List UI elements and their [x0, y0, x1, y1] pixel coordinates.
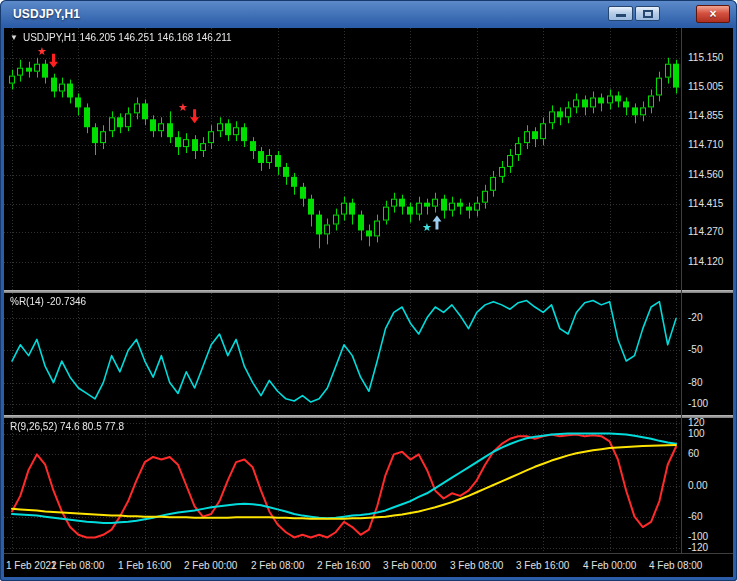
price-tick-label: 115.150 — [688, 52, 723, 63]
price-chart-canvas[interactable] — [4, 28, 680, 290]
price-tick-label: 115.005 — [688, 81, 723, 92]
price-tick-label: 120 — [688, 417, 705, 428]
close-icon: × — [709, 7, 716, 21]
r-label: R(9,26,52) 74.6 80.5 77.8 — [10, 421, 124, 432]
triangle-down-icon: ▼ — [10, 33, 18, 42]
chart-client-area: 1 Feb 20221 Feb 08:001 Feb 16:002 Feb 00… — [4, 28, 733, 577]
titlebar[interactable]: USDJPY,H1 × — [4, 0, 733, 28]
time-tick-label: 1 Feb 16:00 — [118, 560, 171, 571]
price-tick-label: 114.560 — [688, 169, 723, 180]
price-tick-label: 114.270 — [688, 226, 723, 237]
wpr-label: %R(14) -20.7346 — [10, 296, 86, 307]
minimize-icon — [616, 14, 626, 17]
window-controls: × — [606, 6, 730, 23]
price-tick-label: 0.00 — [688, 480, 707, 491]
price-tick-label: 114.415 — [688, 198, 723, 209]
time-tick-label: 2 Feb 00:00 — [184, 560, 237, 571]
time-tick-label: 1 Feb 2022 — [6, 560, 57, 571]
chart-legend: ▼ USDJPY,H1 146.205 146.251 146.168 146.… — [10, 32, 232, 43]
time-tick-label: 2 Feb 16:00 — [317, 560, 370, 571]
r-indicator-canvas[interactable] — [4, 418, 680, 553]
price-scale[interactable] — [681, 28, 733, 553]
price-tick-label: 60 — [688, 448, 699, 459]
price-tick-label: 114.855 — [688, 110, 723, 121]
price-tick-label: -100 — [688, 531, 708, 542]
time-tick-label: 4 Feb 08:00 — [649, 560, 702, 571]
time-tick-label: 4 Feb 00:00 — [583, 560, 636, 571]
time-tick-label: 3 Feb 08:00 — [450, 560, 503, 571]
wpr-legend: %R(14) -20.7346 — [10, 296, 86, 307]
price-tick-label: -80 — [688, 377, 702, 388]
wpr-indicator-canvas[interactable] — [4, 293, 680, 415]
price-tick-label: 114.120 — [688, 256, 723, 267]
maximize-icon — [643, 10, 653, 18]
price-tick-label: -120 — [688, 542, 708, 553]
time-tick-label: 1 Feb 08:00 — [51, 560, 104, 571]
price-tick-label: -100 — [688, 398, 708, 409]
time-scale[interactable]: 1 Feb 20221 Feb 08:001 Feb 16:002 Feb 00… — [4, 553, 733, 577]
price-tick-label: -50 — [688, 344, 702, 355]
ohlc-label: USDJPY,H1 146.205 146.251 146.168 146.21… — [23, 32, 232, 43]
minimize-button[interactable] — [608, 6, 633, 21]
price-tick-label: 100 — [688, 428, 705, 439]
price-tick-label: 114.710 — [688, 139, 723, 150]
r-legend: R(9,26,52) 74.6 80.5 77.8 — [10, 421, 124, 432]
price-tick-label: -20 — [688, 312, 702, 323]
window-title: USDJPY,H1 — [4, 7, 80, 21]
close-button[interactable]: × — [696, 5, 730, 23]
chart-window: USDJPY,H1 × 1 Feb 20221 Feb 08:001 Feb 1… — [0, 0, 737, 581]
time-tick-label: 3 Feb 16:00 — [516, 560, 569, 571]
price-tick-label: -60 — [688, 511, 702, 522]
time-tick-label: 2 Feb 08:00 — [251, 560, 304, 571]
maximize-button[interactable] — [635, 6, 660, 21]
time-tick-label: 3 Feb 00:00 — [383, 560, 436, 571]
